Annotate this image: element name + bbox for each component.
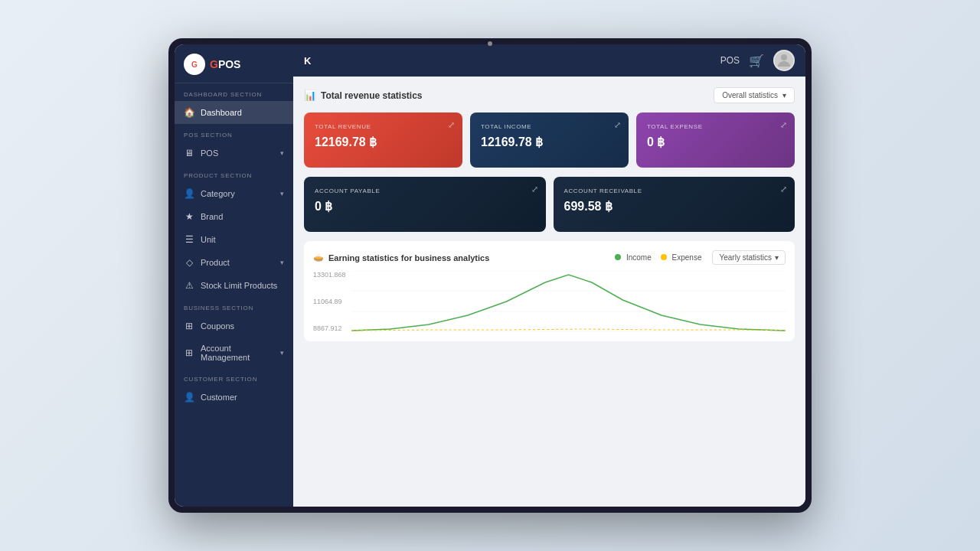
chart-svg bbox=[351, 271, 786, 332]
chevron-down-icon: ▾ bbox=[280, 349, 284, 357]
unit-icon: ☰ bbox=[184, 234, 194, 245]
sidebar-item-label: Category bbox=[201, 189, 235, 198]
card-label: TOTAL EXPENSE bbox=[647, 123, 784, 130]
card-value: 12169.78 ฿ bbox=[315, 135, 452, 149]
card-total-revenue: TOTAL REVENUE 12169.78 ฿ ⤢ bbox=[304, 112, 462, 168]
card-account-payable: ACCOUNT PAYABLE 0 ฿ ⤢ bbox=[304, 177, 546, 232]
sidebar-item-label: POS bbox=[201, 148, 218, 158]
sidebar-item-brand[interactable]: ★ Brand bbox=[175, 205, 293, 228]
stats-dropdown-label: Overall statistics bbox=[722, 91, 778, 99]
dashboard-icon: 🏠 bbox=[184, 107, 194, 118]
pos-icon: 🖥 bbox=[184, 148, 194, 158]
section-label-dashboard: DASHBOARD SECTION bbox=[175, 83, 293, 101]
chart-dropdown[interactable]: Yearly statistics ▾ bbox=[712, 250, 786, 265]
sidebar-item-label: Stock Limit Products bbox=[201, 281, 277, 290]
card-label: ACCOUNT RECEIVABLE bbox=[564, 187, 785, 194]
sidebar-item-coupons[interactable]: ⊞ Coupons bbox=[175, 315, 293, 337]
svg-point-0 bbox=[781, 54, 787, 60]
chart-y-labels: 13301.868 11064.89 8867.912 bbox=[313, 271, 348, 332]
product-icon: ◇ bbox=[184, 257, 194, 268]
sidebar-item-pos[interactable]: 🖥 POS ▾ bbox=[175, 142, 293, 165]
stats-title-text: Total revenue statistics bbox=[321, 90, 423, 101]
sidebar-item-label: Product bbox=[201, 258, 230, 267]
chart-icon: 🥧 bbox=[313, 253, 324, 262]
sidebar-item-unit[interactable]: ☰ Unit bbox=[175, 228, 293, 251]
coupons-icon: ⊞ bbox=[184, 321, 194, 331]
bar-chart-icon: 📊 bbox=[304, 90, 316, 101]
sidebar-item-category[interactable]: 👤 Category ▾ bbox=[175, 182, 293, 205]
topbar: K POS 🛒 bbox=[293, 44, 805, 77]
sidebar: G GPOS DASHBOARD SECTION 🏠 Dashboard POS… bbox=[175, 44, 293, 507]
monitor-screen: G GPOS DASHBOARD SECTION 🏠 Dashboard POS… bbox=[175, 44, 805, 507]
expand-icon[interactable]: ⤢ bbox=[780, 120, 787, 130]
chart-area: 13301.868 11064.89 8867.912 bbox=[313, 271, 786, 332]
app-container: G GPOS DASHBOARD SECTION 🏠 Dashboard POS… bbox=[175, 44, 805, 507]
card-value: 699.58 ฿ bbox=[564, 199, 785, 214]
card-value: 0 ฿ bbox=[647, 135, 784, 149]
cart-icon[interactable]: 🛒 bbox=[749, 54, 764, 68]
chart-title: 🥧 Earning statistics for business analyt… bbox=[313, 253, 489, 262]
logo-icon: G bbox=[184, 54, 205, 75]
y-label: 11064.89 bbox=[313, 298, 348, 305]
sidebar-item-stock-limit[interactable]: ⚠ Stock Limit Products bbox=[175, 274, 293, 297]
sidebar-logo: G GPOS bbox=[175, 44, 293, 83]
topbar-right: POS 🛒 bbox=[720, 50, 795, 71]
chevron-down-icon: ▾ bbox=[775, 253, 779, 262]
chart-canvas bbox=[351, 271, 786, 332]
expand-icon[interactable]: ⤢ bbox=[448, 120, 455, 130]
expense-dot bbox=[661, 254, 667, 260]
sidebar-item-label: Dashboard bbox=[201, 108, 242, 117]
customer-icon: 👤 bbox=[184, 392, 194, 403]
sidebar-item-label: Account Management bbox=[201, 344, 274, 362]
section-label-pos: POS SECTION bbox=[175, 124, 293, 142]
stats-dropdown[interactable]: Overall statistics ▾ bbox=[714, 87, 795, 103]
section-label-business: BUSINESS SECTION bbox=[175, 297, 293, 315]
top-cards-row: TOTAL REVENUE 12169.78 ฿ ⤢ TOTAL INCOME … bbox=[304, 112, 795, 168]
chevron-down-icon: ▾ bbox=[280, 149, 284, 157]
section-label-customer: CUSTOMER SECTION bbox=[175, 368, 293, 386]
income-dot bbox=[615, 254, 621, 260]
card-total-income: TOTAL INCOME 12169.78 ฿ ⤢ bbox=[470, 112, 629, 168]
category-icon: 👤 bbox=[184, 188, 194, 199]
chart-dropdown-label: Yearly statistics bbox=[719, 253, 772, 262]
topbar-k-label[interactable]: K bbox=[304, 55, 311, 67]
section-label-product: PRODUCT SECTION bbox=[175, 165, 293, 182]
chevron-down-icon: ▾ bbox=[280, 259, 284, 266]
card-label: ACCOUNT PAYABLE bbox=[315, 187, 535, 194]
card-account-receivable: ACCOUNT RECEIVABLE 699.58 ฿ ⤢ bbox=[554, 177, 795, 232]
legend-income: Income bbox=[615, 253, 652, 262]
main-content: 📊 Total revenue statistics Overall stati… bbox=[293, 77, 805, 507]
expand-icon[interactable]: ⤢ bbox=[531, 184, 538, 194]
card-value: 0 ฿ bbox=[315, 199, 535, 214]
brand-icon: ★ bbox=[184, 211, 194, 222]
topbar-pos-label: POS bbox=[720, 55, 740, 66]
chart-legend: Income Expense bbox=[615, 253, 701, 262]
expand-icon[interactable]: ⤢ bbox=[780, 184, 787, 194]
stats-header: 📊 Total revenue statistics Overall stati… bbox=[304, 87, 795, 103]
avatar[interactable] bbox=[773, 50, 795, 71]
stats-title: 📊 Total revenue statistics bbox=[304, 90, 423, 101]
chevron-down-icon: ▾ bbox=[782, 91, 786, 99]
sidebar-item-customer[interactable]: 👤 Customer bbox=[175, 386, 293, 409]
card-value: 12169.78 ฿ bbox=[481, 135, 618, 149]
sidebar-item-label: Customer bbox=[201, 393, 237, 402]
chevron-down-icon: ▾ bbox=[280, 190, 284, 197]
sidebar-item-account-management[interactable]: ⊞ Account Management ▾ bbox=[175, 337, 293, 368]
stock-limit-icon: ⚠ bbox=[184, 280, 194, 291]
sidebar-item-label: Coupons bbox=[201, 321, 234, 331]
legend-expense: Expense bbox=[661, 253, 702, 262]
chart-header: 🥧 Earning statistics for business analyt… bbox=[313, 250, 786, 265]
sidebar-item-dashboard[interactable]: 🏠 Dashboard bbox=[175, 101, 293, 124]
bottom-cards-row: ACCOUNT PAYABLE 0 ฿ ⤢ ACCOUNT RECEIVABLE… bbox=[304, 177, 795, 232]
expand-icon[interactable]: ⤢ bbox=[614, 120, 621, 130]
card-label: TOTAL INCOME bbox=[481, 123, 618, 130]
sidebar-item-label: Brand bbox=[201, 212, 223, 221]
monitor-frame: G GPOS DASHBOARD SECTION 🏠 Dashboard POS… bbox=[168, 38, 812, 513]
logo-text: GPOS bbox=[210, 58, 240, 70]
monitor-dot bbox=[488, 41, 492, 46]
sidebar-item-label: Unit bbox=[201, 235, 216, 244]
account-management-icon: ⊞ bbox=[184, 347, 194, 358]
sidebar-item-product[interactable]: ◇ Product ▾ bbox=[175, 251, 293, 274]
card-label: TOTAL REVENUE bbox=[315, 123, 452, 130]
chart-section: 🥧 Earning statistics for business analyt… bbox=[304, 241, 795, 341]
